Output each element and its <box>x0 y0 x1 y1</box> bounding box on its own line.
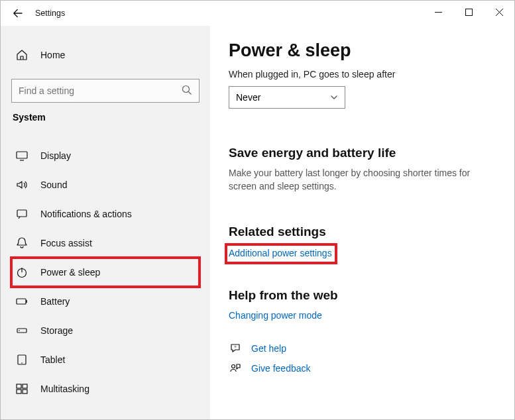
minimize-button[interactable] <box>423 1 453 23</box>
svg-point-9 <box>21 362 23 364</box>
svg-rect-6 <box>17 329 27 333</box>
search-input[interactable] <box>11 79 200 103</box>
arrow-left-icon <box>13 8 23 19</box>
sidebar-item-notifications[interactable]: Notifications & actions <box>11 199 200 229</box>
sidebar-item-battery[interactable]: Battery <box>11 287 200 316</box>
svg-point-7 <box>19 330 20 331</box>
sidebar-item-label: Battery <box>40 296 70 307</box>
maximize-icon <box>465 9 473 16</box>
sidebar-item-label: Notifications & actions <box>40 209 132 219</box>
feedback-icon <box>229 362 242 374</box>
minimize-icon <box>435 9 442 16</box>
multitasking-icon <box>15 382 29 395</box>
maximize-button[interactable] <box>453 1 484 23</box>
nav-list: Display Sound Notifications & actions Fo… <box>11 141 200 403</box>
svg-rect-0 <box>465 9 472 15</box>
sidebar-item-display[interactable]: Display <box>11 141 200 170</box>
svg-point-15 <box>232 365 235 368</box>
energy-body: Make your battery last longer by choosin… <box>229 167 481 193</box>
sidebar-item-sound[interactable]: Sound <box>11 170 200 199</box>
help-heading: Help from the web <box>229 288 496 303</box>
give-feedback-row[interactable]: Give feedback <box>229 362 496 374</box>
sidebar-item-home[interactable]: Home <box>11 40 200 70</box>
additional-power-settings-link[interactable]: Additional power settings <box>229 248 332 258</box>
svg-rect-13 <box>23 390 27 394</box>
sound-icon <box>15 178 29 191</box>
home-icon <box>15 48 29 62</box>
changing-power-mode-link[interactable]: Changing power mode <box>229 310 322 321</box>
svg-rect-11 <box>23 384 27 388</box>
notifications-icon <box>15 207 29 221</box>
give-feedback-link[interactable]: Give feedback <box>251 363 311 374</box>
power-icon <box>15 266 29 279</box>
svg-rect-10 <box>17 384 21 388</box>
sidebar-item-multitasking[interactable]: Multitasking <box>11 374 200 403</box>
sidebar-item-tablet[interactable]: Tablet <box>11 345 200 374</box>
chevron-down-icon <box>330 93 338 101</box>
sidebar-item-focus-assist[interactable]: Focus assist <box>11 229 200 258</box>
main-panel: Power & sleep When plugged in, PC goes t… <box>210 26 514 419</box>
category-label: System <box>13 112 200 123</box>
battery-icon <box>15 295 29 308</box>
window-title: Settings <box>35 9 65 18</box>
sidebar-item-label: Storage <box>40 325 73 336</box>
svg-point-1 <box>183 86 190 93</box>
sidebar-item-storage[interactable]: Storage <box>11 316 200 345</box>
svg-rect-12 <box>17 390 21 394</box>
sidebar-item-label: Home <box>40 50 65 60</box>
sidebar-item-label: Multitasking <box>40 384 89 394</box>
svg-rect-2 <box>17 152 27 158</box>
energy-heading: Save energy and battery life <box>229 146 496 160</box>
plugged-value: Never <box>236 92 260 103</box>
related-link-highlight: Additional power settings <box>226 244 336 263</box>
svg-rect-5 <box>17 299 26 304</box>
sidebar-item-label: Display <box>40 150 71 161</box>
page-title: Power & sleep <box>229 40 496 61</box>
search-icon <box>181 84 193 96</box>
sidebar: Home System Display Sound Notifications … <box>1 26 210 419</box>
display-icon <box>15 149 29 162</box>
sidebar-item-power-sleep[interactable]: Power & sleep <box>11 258 200 287</box>
window-controls <box>423 1 514 23</box>
get-help-row[interactable]: ? Get help <box>229 342 496 354</box>
sidebar-item-label: Sound <box>40 180 67 190</box>
sidebar-item-label: Focus assist <box>40 238 92 248</box>
svg-rect-3 <box>17 210 27 217</box>
storage-icon <box>15 324 29 337</box>
close-icon <box>496 9 503 16</box>
related-heading: Related settings <box>229 225 496 239</box>
plugged-dropdown[interactable]: Never <box>229 86 345 109</box>
focus-assist-icon <box>15 236 29 250</box>
sidebar-item-label: Power & sleep <box>40 267 100 278</box>
get-help-link[interactable]: Get help <box>251 343 286 354</box>
close-button[interactable] <box>484 1 514 23</box>
svg-text:?: ? <box>234 345 237 349</box>
sidebar-item-label: Tablet <box>40 354 65 365</box>
get-help-icon: ? <box>229 342 242 354</box>
back-button[interactable] <box>7 3 29 24</box>
search-wrap <box>11 79 200 103</box>
plugged-label: When plugged in, PC goes to sleep after <box>229 69 496 79</box>
tablet-icon <box>15 353 29 366</box>
